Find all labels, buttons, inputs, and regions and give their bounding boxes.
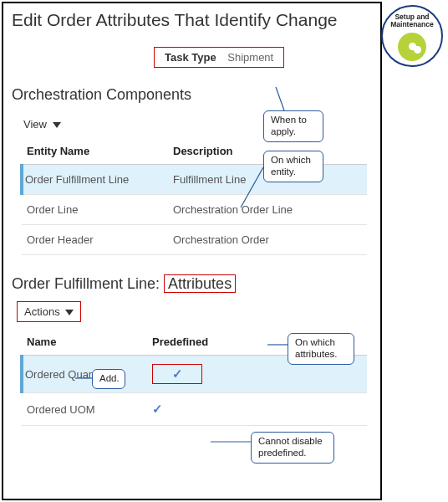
attributes-heading: Order Fulfillment Line: Attributes: [12, 275, 372, 293]
page-title: Edit Order Attributes That Identify Chan…: [12, 10, 372, 30]
predefined-check-highlight: ✓: [152, 364, 202, 384]
table-row[interactable]: Order Line Orchestration Order Line: [22, 195, 367, 225]
callout-attributes: On which attributes.: [288, 333, 354, 365]
view-label: View: [23, 118, 47, 131]
main-panel: Edit Order Attributes That Identify Chan…: [2, 2, 382, 500]
callout-add: Add.: [92, 369, 125, 389]
task-type-value: Shipment: [227, 51, 273, 64]
callout-when: When to apply.: [263, 110, 323, 142]
setup-maintenance-badge[interactable]: Setup andMaintenance: [381, 5, 443, 67]
chevron-down-icon: [53, 122, 61, 128]
actions-menu[interactable]: Actions: [17, 301, 81, 322]
chevron-down-icon: [65, 310, 74, 315]
callout-predefined: Cannot disable predefined.: [251, 432, 334, 464]
task-type-label: Task Type: [165, 51, 216, 64]
callout-entity: On which entity.: [263, 151, 323, 182]
gear-icon: [398, 33, 426, 61]
task-type-field: Task Type Shipment: [154, 47, 284, 68]
attributes-word-highlight: Attributes: [164, 274, 236, 293]
view-menu[interactable]: View: [20, 115, 64, 133]
col-entity-name: Entity Name: [22, 138, 168, 165]
check-icon: ✓: [152, 402, 163, 416]
orchestration-heading: Orchestration Components: [12, 86, 372, 104]
table-row[interactable]: Ordered UOM ✓: [22, 393, 367, 426]
table-row[interactable]: Order Header Orchestration Order: [22, 225, 367, 255]
badge-text: Setup andMaintenance: [383, 13, 441, 29]
col-name: Name: [22, 329, 147, 356]
check-icon: ✓: [172, 366, 183, 381]
